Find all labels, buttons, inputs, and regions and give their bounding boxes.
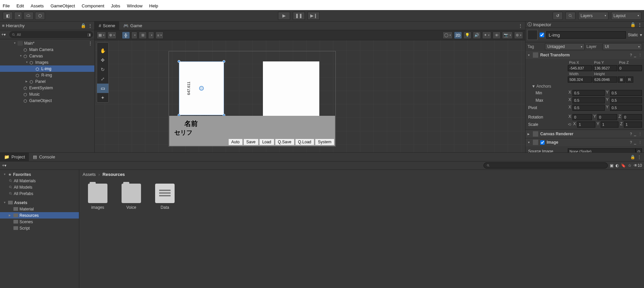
shading-mode-dropdown[interactable]: ▦ (97, 32, 106, 39)
constrain-icon[interactable]: ⟲ (568, 122, 571, 127)
hierarchy-item-r-img[interactable]: ⬡R-img (0, 72, 94, 78)
resources-folder[interactable]: ▶Resources (0, 212, 79, 219)
scene-tab[interactable]: #Scene (95, 21, 119, 30)
cloud-button[interactable] (24, 12, 34, 20)
pivotx-field[interactable]: 0.5 (572, 105, 605, 111)
2d-toggle[interactable]: 2D (454, 32, 462, 39)
search-by-type-icon[interactable]: ▣ (610, 163, 613, 168)
component-menu-icon[interactable]: ⋮ (638, 53, 642, 57)
menu-jobs[interactable]: Jobs (111, 3, 120, 8)
inspector-menu-icon[interactable]: ⋮ (638, 22, 642, 27)
move-tool[interactable]: ✥ (97, 55, 108, 65)
anchor-miny-field[interactable]: 0.5 (610, 90, 642, 96)
layout-dropdown[interactable]: Layout (611, 12, 641, 20)
load-button[interactable]: Load (259, 139, 274, 145)
game-tab[interactable]: 🎮Game (119, 21, 146, 30)
anchor-minx-field[interactable]: 0.5 (572, 90, 605, 96)
material-folder[interactable]: Material (0, 206, 79, 212)
menu-edit[interactable]: Edit (16, 3, 24, 8)
rotate-tool[interactable]: ↻ (97, 65, 108, 74)
breadcrumb-root[interactable]: Assets (83, 172, 96, 177)
project-search[interactable] (484, 162, 608, 169)
hidden-toggle[interactable]: 👁 (493, 32, 501, 39)
all-models[interactable]: All Models (0, 184, 79, 190)
scenes-folder[interactable]: Scenes (0, 219, 79, 225)
menu-component[interactable]: Component (82, 3, 104, 8)
menu-gameobject[interactable]: GameObject (50, 3, 75, 8)
account-button[interactable]: ◧ (3, 12, 13, 20)
hierarchy-item-canvas[interactable]: ▼⬡Canvas (0, 53, 94, 59)
script-folder[interactable]: Script (0, 225, 79, 231)
selected-l-img[interactable]: 647.611 498.8799 ↔ (179, 61, 224, 115)
snap-increment-button[interactable]: ⊞ (139, 32, 147, 39)
hierarchy-search[interactable]: All ◨ (9, 31, 93, 38)
inspector-lock-icon[interactable]: 🔒 (630, 22, 636, 27)
object-name-field[interactable] (546, 31, 626, 39)
hierarchy-item-images[interactable]: ▼⬡Images (0, 59, 94, 65)
image-enabled-checkbox[interactable] (540, 140, 545, 145)
preset-icon[interactable]: ⎯ (634, 132, 636, 136)
project-tab[interactable]: 📁Project (0, 153, 29, 161)
asset-images-folder[interactable]: images (86, 184, 109, 210)
hierarchy-item-eventsystem[interactable]: ⬡EventSystem (0, 85, 94, 91)
layers-dropdown[interactable]: Layers (578, 12, 608, 20)
preset-icon[interactable]: ⎯ (634, 140, 636, 145)
menu-assets[interactable]: Assets (31, 3, 44, 8)
all-materials[interactable]: All Materials (0, 178, 79, 184)
transform-tool[interactable]: ✦ (97, 93, 108, 102)
preset-icon[interactable]: ⎯ (634, 53, 636, 57)
asset-data-file[interactable]: Data (153, 184, 177, 210)
save-button[interactable]: Save (243, 139, 259, 145)
tag-dropdown[interactable]: Untagged (545, 43, 585, 50)
scene-viewport[interactable]: ✋ ✥ ↻ ⤢ ▭ ✦ 647.611 498.8799 ↔ (95, 40, 525, 152)
hierarchy-item-camera[interactable]: ⬡Main Camera (0, 46, 94, 53)
audio-toggle[interactable]: 🔊 (473, 32, 481, 39)
search-button[interactable] (565, 12, 576, 20)
rect-tool[interactable]: ▭ (97, 84, 108, 93)
scale-tool[interactable]: ⤢ (97, 74, 108, 84)
project-create-button[interactable]: +▾ (2, 163, 6, 168)
width-field[interactable]: 508.324 (568, 77, 592, 83)
pivot-handle-icon[interactable] (199, 86, 204, 91)
panel-menu-icon[interactable]: ⋮ (637, 155, 641, 159)
resize-handle-icon[interactable] (178, 60, 180, 63)
hierarchy-create-button[interactable]: +▾ (1, 32, 8, 37)
search-by-label-icon[interactable]: ◐ (615, 163, 619, 168)
all-prefabs[interactable]: All Prefabs (0, 190, 79, 197)
pause-button[interactable]: ❚❚ (293, 12, 305, 20)
scene-camera-dropdown[interactable]: ◯ (443, 32, 453, 39)
fx-dropdown[interactable]: ✦ (482, 32, 491, 39)
help-icon[interactable]: ? (630, 53, 632, 57)
console-tab[interactable]: ▤Console (29, 153, 59, 161)
layer-dropdown[interactable]: UI (603, 43, 642, 50)
favorite-icon[interactable]: ☆ (628, 163, 632, 168)
hidden-count[interactable]: 👁10 (634, 163, 642, 168)
hand-tool[interactable]: ✋ (97, 46, 108, 55)
raw-edit-button[interactable]: R (626, 77, 633, 83)
hierarchy-search-type-icon[interactable]: ◨ (87, 33, 91, 37)
favorites-folder[interactable]: ▼★Favorites (0, 171, 79, 178)
help-icon[interactable]: ? (630, 140, 632, 145)
scene-row[interactable]: ▼ Main* ⋮ (0, 40, 94, 46)
scalex-field[interactable]: 1 (577, 122, 595, 128)
grid-snap-dropdown[interactable] (131, 32, 137, 39)
component-menu-icon[interactable]: ⋮ (638, 132, 642, 136)
system-button[interactable]: System (315, 139, 334, 145)
undo-history-button[interactable]: ↺ (553, 12, 563, 20)
anchor-maxx-field[interactable]: 0.5 (572, 97, 605, 103)
step-button[interactable]: ▶❙ (308, 12, 320, 20)
scene-menu-icon[interactable]: ⋮ (88, 41, 92, 46)
expand-arrow-icon[interactable]: ▼ (527, 54, 531, 57)
scene-tab-menu-icon[interactable]: ⋮ (516, 23, 525, 28)
posy-field[interactable]: 136.9527 (593, 65, 617, 71)
scaley-field[interactable]: 1 (601, 122, 619, 128)
menu-help[interactable]: Help (149, 3, 158, 8)
menu-file[interactable]: File (3, 3, 10, 8)
active-checkbox[interactable] (540, 33, 544, 37)
hierarchy-item-gameobject[interactable]: ⬡GameObject (0, 97, 94, 104)
anchor-maxy-field[interactable]: 0.5 (610, 97, 642, 103)
camera-dropdown[interactable]: 📷 (502, 32, 513, 39)
qsave-button[interactable]: Q.Save (275, 139, 294, 145)
roty-field[interactable]: 0 (597, 114, 617, 120)
rotz-field[interactable]: 0 (623, 114, 642, 120)
